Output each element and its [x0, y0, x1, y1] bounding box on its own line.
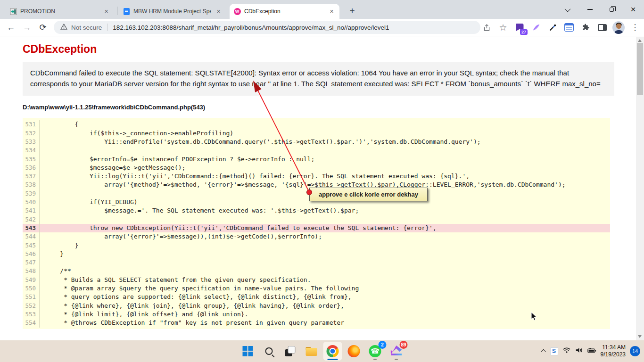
page-title: CDbException [23, 43, 614, 56]
tab-close-icon[interactable]: × [215, 8, 223, 16]
share-icon[interactable] [480, 21, 493, 33]
code-line: 544 array('{error}'=>$message)),(int)$e-… [23, 232, 610, 241]
line-number: 541 [23, 206, 40, 215]
tab-cdbexception[interactable]: W CDbException × [230, 4, 339, 19]
scroll-down-icon[interactable] [638, 335, 642, 338]
line-number: 544 [23, 232, 40, 241]
code-line: 550 * @param array $query the query spec… [23, 284, 610, 293]
restore-button[interactable] [601, 0, 622, 19]
wamp-icon: W [233, 8, 241, 15]
code-line: 549 * Builds a SQL SELECT statement from… [23, 276, 610, 284]
battery-icon[interactable] [587, 347, 596, 355]
tab-close-icon[interactable]: × [102, 8, 110, 16]
source-file-path: D:\wamp\www\yii-1.1.25\framework\db\CDbC… [23, 104, 614, 111]
line-code: * {@link where}, {@link join}, {@link gr… [45, 302, 344, 310]
code-line: 553 * {@link limit}, {@link offset} and … [23, 310, 610, 319]
tab-mbw-hrm[interactable]: MBW HRM Module Project Speci × [119, 4, 226, 19]
volume-icon[interactable] [575, 347, 583, 355]
line-number: 552 [23, 302, 40, 310]
scroll-up-icon[interactable] [638, 39, 642, 42]
line-number: 536 [23, 164, 40, 172]
line-number: 542 [23, 215, 40, 224]
system-tray: S 11:34 AM 9/19/2023 14 [542, 340, 640, 362]
window-controls: × [557, 0, 644, 19]
line-code: array('{error}'=>$message)),(int)$e->get… [45, 232, 322, 241]
line-code: $errorInfo=$e instanceof PDOException ? … [45, 155, 314, 164]
omnibox-divider [107, 24, 107, 31]
code-line: 536 $message=$e->getMessage(); [23, 164, 610, 172]
line-number: 551 [23, 293, 40, 301]
line-number: 532 [23, 129, 40, 138]
task-view-button[interactable] [281, 342, 300, 361]
code-line: 551 * query options are supported: {@lin… [23, 293, 610, 301]
code-lines: 531 {532 if($this->_connection->enablePr… [23, 120, 610, 327]
security-label[interactable]: Not secure [71, 24, 102, 31]
tab-title: MBW HRM Module Project Speci [133, 8, 211, 15]
tab-promotion[interactable]: PROMOTION × [6, 4, 114, 19]
firefox-button[interactable] [345, 342, 363, 361]
line-number: 534 [23, 146, 40, 155]
address-bar[interactable]: Not secure 182.163.102.203:8088/sharif_m… [54, 21, 480, 34]
feather-extension-icon[interactable] [530, 21, 542, 33]
bookmark-star-icon[interactable]: ☆ [497, 21, 509, 33]
forward-button[interactable]: → [19, 20, 35, 34]
whatsapp-button[interactable]: ☎ 2 [366, 342, 385, 361]
line-code: $message=$e->getMessage(); [45, 164, 185, 172]
line-code: * query options are supported: {@link se… [45, 293, 352, 301]
clock-time: 11:34 AM [602, 344, 626, 351]
line-number: 537 [23, 172, 40, 181]
calendar-extension-icon[interactable] [563, 21, 575, 33]
line-number: 531 [23, 120, 40, 129]
chrome-button[interactable] [323, 342, 342, 361]
search-button[interactable] [260, 342, 279, 361]
code-line: 535 $errorInfo=$e instanceof PDOExceptio… [23, 155, 610, 164]
toolbar-actions: ☆ 27 ⋮ [480, 21, 644, 33]
line-number: 535 [23, 155, 40, 164]
url-text[interactable]: 182.163.102.203:8088/sharif_metal/hr_pay… [113, 24, 389, 31]
taskbar: ☎ 2 89 S 11:34 AM 9/1 [0, 340, 644, 362]
page-scrollbar[interactable] [636, 37, 644, 340]
start-button[interactable] [239, 342, 257, 361]
reload-button[interactable]: ⟳ [35, 20, 51, 34]
side-panel-icon[interactable] [596, 21, 608, 33]
tab-search-chevron-icon[interactable] [557, 0, 579, 19]
error-summary: CDbCommand failed to execute the SQL sta… [23, 62, 614, 96]
line-code: Yii::log(Yii::t('yii','CDbCommand::{meth… [45, 172, 470, 181]
profile-avatar[interactable] [612, 21, 625, 33]
line-code: Yii::endProfile('system.db.CDbCommand.qu… [45, 138, 481, 146]
clock[interactable]: 11:34 AM 9/19/2023 [601, 344, 626, 358]
back-button[interactable]: ← [3, 20, 19, 34]
minimize-button[interactable] [579, 0, 601, 19]
line-number: 545 [23, 241, 40, 250]
line-code: } [45, 250, 64, 258]
line-code: * @throws CDbException if "from" key is … [45, 319, 344, 327]
new-tab-button[interactable]: + [346, 4, 359, 17]
clickup-badge: 89 [399, 341, 407, 349]
line-code: { [45, 120, 78, 129]
s-app-tray-icon[interactable]: S [550, 347, 558, 355]
chrome-icon [327, 345, 339, 357]
folder-icon [306, 347, 317, 356]
code-line: 545 } [23, 241, 610, 250]
open-app-indicator [395, 359, 398, 360]
file-explorer-button[interactable] [302, 342, 321, 361]
code-line: 531 { [23, 120, 610, 129]
active-app-indicator [328, 359, 338, 360]
close-button[interactable]: × [622, 0, 644, 19]
scrollbar-thumb[interactable] [637, 43, 643, 95]
browser-menu-kebab-icon[interactable]: ⋮ [629, 21, 641, 33]
line-number: 550 [23, 284, 40, 293]
line-number: 540 [23, 198, 40, 206]
extensions-puzzle-icon[interactable] [579, 21, 592, 33]
clickup-button[interactable]: 89 [387, 342, 406, 361]
tab-strip: PROMOTION × MBW HRM Module Project Speci… [0, 0, 644, 19]
clock-date: 9/19/2023 [601, 351, 626, 358]
eyedropper-extension-icon[interactable] [546, 21, 559, 33]
wifi-icon[interactable] [562, 347, 571, 355]
search-icon [265, 347, 273, 355]
notification-count-badge[interactable]: 14 [630, 346, 640, 356]
tray-chevron-up-icon[interactable] [541, 349, 546, 354]
code-line: 532 if($this->_connection->enableProfili… [23, 129, 610, 138]
extension-bookmark-icon[interactable]: 27 [513, 21, 526, 33]
tab-close-icon[interactable]: × [328, 8, 336, 16]
